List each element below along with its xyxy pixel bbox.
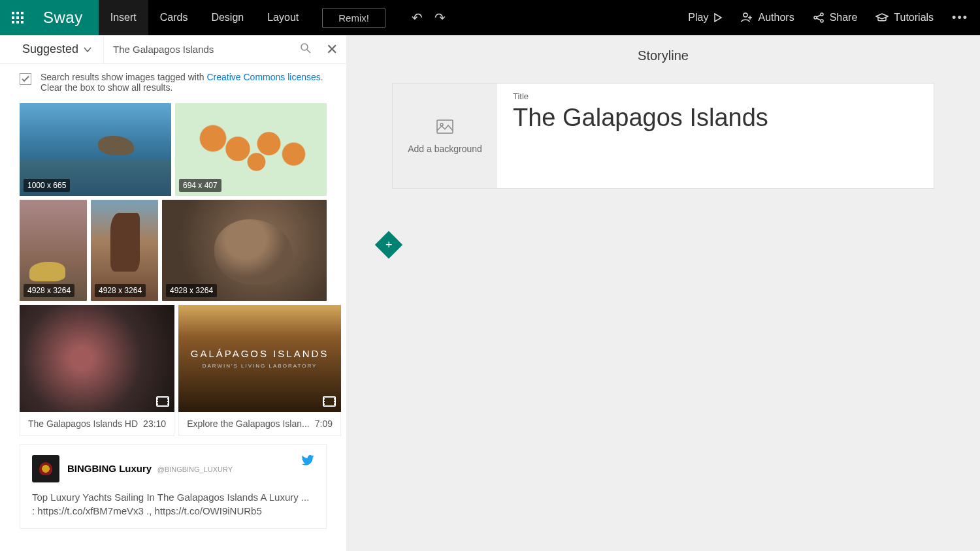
cc-filter-checkbox[interactable] [20, 73, 31, 85]
svg-point-12 [821, 20, 823, 22]
redo-button[interactable]: ↷ [432, 7, 448, 28]
svg-point-11 [821, 13, 823, 16]
top-bar: Sway Insert Cards Design Layout Remix! ↶… [0, 0, 980, 35]
video-duration: 23:10 [143, 418, 166, 429]
tab-layout[interactable]: Layout [255, 0, 310, 35]
svg-point-13 [301, 44, 308, 50]
tab-insert[interactable]: Insert [99, 0, 148, 35]
image-result[interactable]: 4928 x 3264 [91, 200, 158, 301]
tweet-text: Top Luxury Yachts Sailing In The Galapag… [32, 490, 314, 518]
svg-rect-2 [21, 12, 24, 14]
video-title: Explore the Galapagos Islan... [187, 418, 315, 429]
video-result[interactable]: GALÁPAGOS ISLANDS DARWIN'S LIVING LABORA… [178, 305, 341, 436]
video-icon [323, 396, 336, 407]
tweet-result[interactable]: BINGBING Luxury @BINGBING_LUXURY Top Lux… [20, 444, 327, 529]
search-box [103, 35, 318, 63]
image-result[interactable]: 4928 x 3264 [20, 200, 87, 301]
authors-label: Authors [758, 12, 794, 24]
panel-header: Suggested ✕ [0, 35, 346, 64]
video-result[interactable]: The Galapagos Islands HD23:10 [20, 305, 174, 436]
tab-cards[interactable]: Cards [148, 0, 200, 35]
video-overlay-subtitle: DARWIN'S LIVING LABORATORY [203, 363, 318, 369]
person-add-icon [741, 12, 753, 24]
chevron-down-icon [84, 46, 91, 54]
title-field-label: Title [513, 91, 918, 101]
topbar-right-controls: Play Authors Share Tutorials ••• [688, 11, 980, 25]
svg-rect-6 [12, 21, 14, 24]
authors-button[interactable]: Authors [741, 12, 794, 24]
image-result[interactable]: 1000 x 665 [20, 103, 171, 196]
share-label: Share [830, 12, 858, 24]
twitter-icon [301, 454, 314, 469]
tutorials-button[interactable]: Tutorials [875, 12, 934, 24]
svg-rect-4 [16, 16, 19, 19]
svg-rect-0 [12, 12, 14, 14]
svg-rect-8 [21, 21, 24, 24]
image-dimensions: 4928 x 3264 [95, 284, 146, 297]
svg-point-9 [743, 13, 747, 17]
image-dimensions: 4928 x 3264 [24, 284, 74, 297]
add-card-button[interactable]: + [375, 231, 402, 259]
title-input[interactable]: The Galapagos Islands [513, 104, 918, 132]
search-button[interactable] [294, 43, 318, 56]
image-dimensions: 694 x 407 [179, 179, 221, 192]
search-input[interactable] [113, 44, 294, 55]
tab-design[interactable]: Design [199, 0, 255, 35]
image-placeholder-icon [436, 118, 454, 136]
cc-notice-text: Search results show images tagged with C… [41, 72, 323, 93]
play-button[interactable]: Play [688, 12, 723, 24]
video-title: The Galapagos Islands HD [28, 418, 143, 429]
source-dropdown[interactable]: Suggested [0, 42, 103, 56]
video-duration: 7:09 [315, 418, 333, 429]
image-dimensions: 4928 x 3264 [166, 284, 217, 297]
add-background-button[interactable]: Add a background [393, 84, 497, 188]
plus-icon: + [385, 239, 393, 251]
cc-license-notice: Search results show images tagged with C… [0, 64, 346, 101]
video-overlay-title: GALÁPAGOS ISLANDS [191, 348, 329, 359]
svg-rect-14 [437, 120, 453, 133]
cc-license-link[interactable]: Creative Commons licenses [206, 72, 320, 82]
undo-button[interactable]: ↶ [409, 7, 425, 28]
svg-rect-5 [21, 16, 24, 19]
play-label: Play [688, 12, 708, 24]
close-panel-button[interactable]: ✕ [318, 41, 346, 58]
share-icon [813, 12, 825, 24]
search-results: 1000 x 665 694 x 407 4928 x 3264 4928 x … [0, 101, 346, 531]
add-background-label: Add a background [408, 144, 482, 154]
svg-rect-7 [16, 21, 19, 24]
svg-rect-3 [12, 16, 14, 19]
undo-redo-group: ↶ ↷ [409, 7, 448, 28]
storyline-heading: Storyline [346, 35, 980, 83]
share-button[interactable]: Share [813, 12, 858, 24]
svg-point-10 [814, 16, 817, 19]
tweet-author-name: BINGBING Luxury [67, 463, 152, 474]
search-icon [301, 43, 311, 54]
tweet-author-handle: @BINGBING_LUXURY [157, 465, 233, 473]
checkmark-icon [22, 75, 29, 83]
app-logo[interactable]: Sway [35, 0, 99, 35]
app-launcher-button[interactable] [0, 0, 35, 35]
play-icon [713, 13, 723, 22]
source-label: Suggested [22, 42, 78, 56]
image-result[interactable]: 694 x 407 [175, 103, 327, 196]
image-dimensions: 1000 x 665 [24, 179, 70, 192]
main-tabs: Insert Cards Design Layout [99, 0, 311, 35]
remix-button[interactable]: Remix! [322, 8, 385, 28]
title-card[interactable]: Add a background Title The Galapagos Isl… [392, 83, 934, 189]
insert-panel: Suggested ✕ Search results show images t… [0, 35, 346, 551]
tweet-avatar [32, 455, 59, 482]
waffle-icon [12, 12, 24, 24]
image-result[interactable]: 4928 x 3264 [162, 200, 327, 301]
video-icon [156, 396, 169, 407]
more-button[interactable]: ••• [952, 11, 968, 25]
tutorials-label: Tutorials [894, 12, 934, 24]
storyline-panel: Storyline Add a background Title The Gal… [346, 35, 980, 551]
graduation-cap-icon [875, 12, 889, 23]
svg-rect-1 [16, 12, 19, 14]
